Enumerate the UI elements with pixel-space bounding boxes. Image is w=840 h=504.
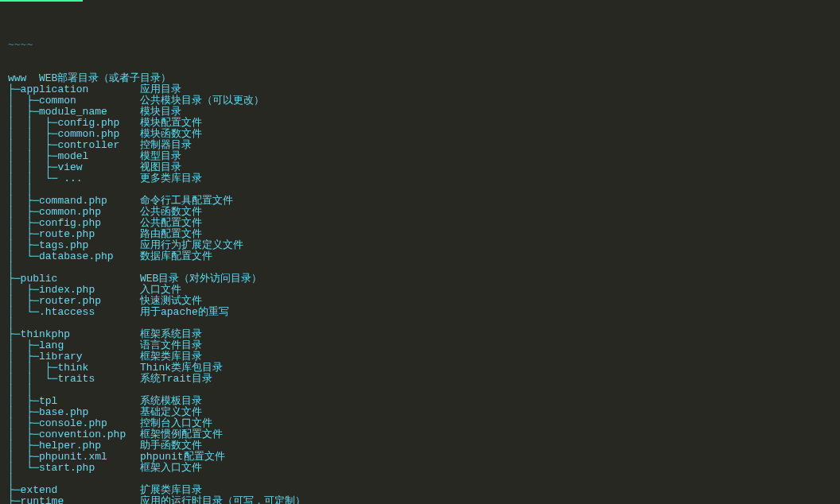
tree-path: ├─application bbox=[8, 84, 140, 95]
tree-path: │ bbox=[8, 474, 140, 485]
tree-line: │ ├─lang语言文件目录 bbox=[8, 340, 840, 351]
code-editor-content[interactable]: ~~~~ www WEB部署目录（或者子目录）├─application应用目录… bbox=[0, 0, 840, 504]
tree-path: │ │ └─traits bbox=[8, 374, 140, 385]
tree-line: │ ├─command.php命令行工具配置文件 bbox=[8, 196, 840, 207]
tree-description: 模块目录 bbox=[140, 107, 181, 118]
tree-line: │ │ ├─config.php模块配置文件 bbox=[8, 118, 840, 129]
tree-path: │ ├─convention.php bbox=[8, 429, 140, 440]
tree-path: │ │ ├─view bbox=[8, 162, 140, 173]
tree-line: ├─application应用目录 bbox=[8, 84, 840, 95]
tree-description: 框架类库目录 bbox=[140, 351, 202, 362]
tree-path: │ ├─router.php bbox=[8, 296, 140, 307]
tree-description: 控制台入口文件 bbox=[140, 418, 212, 429]
tree-description: 快速测试文件 bbox=[140, 296, 202, 307]
tree-path: │ ├─common.php bbox=[8, 207, 140, 218]
tree-lines-container: www WEB部署目录（或者子目录）├─application应用目录│ ├─c… bbox=[8, 73, 840, 504]
tree-description: 路由配置文件 bbox=[140, 229, 202, 240]
tree-line: www WEB部署目录（或者子目录） bbox=[8, 73, 840, 84]
tree-description: 应用目录 bbox=[140, 84, 181, 95]
tree-line: ├─publicWEB目录（对外访问目录） bbox=[8, 273, 840, 285]
tree-line: │ bbox=[8, 474, 840, 485]
tree-description: 入口文件 bbox=[140, 285, 181, 296]
tree-description: 模块配置文件 bbox=[140, 118, 202, 129]
tree-path: │ │ ├─controller bbox=[8, 140, 140, 151]
tree-path: │ ├─console.php bbox=[8, 418, 140, 429]
tree-description: Think类库包目录 bbox=[140, 362, 223, 374]
tree-line: │ │ └─traits系统Trait目录 bbox=[8, 374, 840, 385]
tree-path: │ bbox=[8, 262, 140, 273]
tree-path: │ ├─phpunit.xml bbox=[8, 452, 140, 463]
tree-path: │ │ ├─config.php bbox=[8, 118, 140, 129]
tree-line: │ ├─index.php入口文件 bbox=[8, 285, 840, 296]
tree-line: │ │ bbox=[8, 385, 840, 396]
tree-path: │ │ ├─common.php bbox=[8, 129, 140, 140]
tree-description: 语言文件目录 bbox=[140, 340, 202, 351]
tree-description: phpunit配置文件 bbox=[140, 452, 225, 463]
tree-path: www WEB部署目录（或者子目录） bbox=[8, 73, 140, 84]
tree-description: 框架入口文件 bbox=[140, 463, 202, 474]
tree-path: │ │ bbox=[8, 385, 140, 396]
tree-line: │ │ ├─common.php模块函数文件 bbox=[8, 129, 840, 140]
tree-path: │ │ ├─model bbox=[8, 151, 140, 162]
tree-path: │ ├─base.php bbox=[8, 407, 140, 418]
tree-path: │ ├─command.php bbox=[8, 196, 140, 207]
tree-description: 应用行为扩展定义文件 bbox=[140, 240, 243, 251]
tree-path: │ │ └─ ... bbox=[8, 173, 140, 184]
tree-description: 应用的运行时目录（可写，可定制） bbox=[140, 496, 305, 504]
tree-line: ├─thinkphp框架系统目录 bbox=[8, 329, 840, 340]
tree-path: │ ├─library bbox=[8, 351, 140, 362]
tree-path: │ ├─route.php bbox=[8, 229, 140, 240]
tree-line: ├─runtime应用的运行时目录（可写，可定制） bbox=[8, 496, 840, 504]
tree-description: 公共模块目录（可以更改） bbox=[140, 95, 264, 107]
tree-path: │ │ ├─think bbox=[8, 362, 140, 374]
tree-line: │ ├─console.php控制台入口文件 bbox=[8, 418, 840, 429]
tree-path: │ ├─tags.php bbox=[8, 240, 140, 251]
tree-line: │ └─start.php框架入口文件 bbox=[8, 463, 840, 474]
tree-path: ├─thinkphp bbox=[8, 329, 140, 340]
tree-line: │ ├─config.php公共配置文件 bbox=[8, 218, 840, 229]
tree-description: 视图目录 bbox=[140, 162, 181, 173]
tree-line: │ ├─module_name模块目录 bbox=[8, 107, 840, 118]
tree-line: │ └─.htaccess用于apache的重写 bbox=[8, 307, 840, 318]
tree-description: 公共函数文件 bbox=[140, 207, 202, 218]
tree-description: 框架系统目录 bbox=[140, 329, 202, 340]
tree-line: │ │ ├─model模型目录 bbox=[8, 151, 840, 162]
tree-path: ├─extend bbox=[8, 485, 140, 496]
tree-path: │ └─database.php bbox=[8, 251, 140, 262]
tree-line: │ ├─common.php公共函数文件 bbox=[8, 207, 840, 218]
tree-line: │ ├─phpunit.xmlphpunit配置文件 bbox=[8, 452, 840, 463]
tree-line: │ ├─convention.php框架惯例配置文件 bbox=[8, 429, 840, 440]
tree-line: │ ├─route.php路由配置文件 bbox=[8, 229, 840, 240]
tree-path: │ ├─index.php bbox=[8, 285, 140, 296]
tree-path: │ ├─module_name bbox=[8, 107, 140, 118]
tree-path: │ └─start.php bbox=[8, 463, 140, 474]
tree-line: │ ├─tags.php应用行为扩展定义文件 bbox=[8, 240, 840, 251]
tree-path: │ └─.htaccess bbox=[8, 307, 140, 318]
tree-description: 扩展类库目录 bbox=[140, 485, 202, 496]
tree-line: ├─extend扩展类库目录 bbox=[8, 485, 840, 496]
tree-line: │ └─database.php数据库配置文件 bbox=[8, 251, 840, 262]
tree-path: ├─runtime bbox=[8, 496, 140, 504]
tree-description: 系统Trait目录 bbox=[140, 374, 212, 385]
tree-path: │ ├─lang bbox=[8, 340, 140, 351]
tree-path: │ bbox=[8, 318, 140, 329]
tree-description: 控制器目录 bbox=[140, 140, 192, 151]
tree-line: │ ├─helper.php助手函数文件 bbox=[8, 440, 840, 452]
tree-line: │ │ └─ ...更多类库目录 bbox=[8, 173, 840, 184]
tree-path: │ ├─helper.php bbox=[8, 440, 140, 452]
tree-line: │ │ bbox=[8, 184, 840, 196]
tree-description: 模块函数文件 bbox=[140, 129, 202, 140]
tree-description: 助手函数文件 bbox=[140, 440, 202, 452]
tree-description: 模型目录 bbox=[140, 151, 181, 162]
tree-line: │ bbox=[8, 318, 840, 329]
tree-description: 公共配置文件 bbox=[140, 218, 202, 229]
tree-description: 用于apache的重写 bbox=[140, 307, 229, 318]
tree-description: 命令行工具配置文件 bbox=[140, 196, 233, 207]
tree-path: │ ├─tpl bbox=[8, 396, 140, 407]
tree-line: │ ├─router.php快速测试文件 bbox=[8, 296, 840, 307]
tree-description: 框架惯例配置文件 bbox=[140, 429, 223, 440]
tree-line: │ ├─library框架类库目录 bbox=[8, 351, 840, 362]
tree-path: ├─public bbox=[8, 273, 140, 285]
tree-description: 系统模板目录 bbox=[140, 396, 202, 407]
tree-description: 数据库配置文件 bbox=[140, 251, 212, 262]
